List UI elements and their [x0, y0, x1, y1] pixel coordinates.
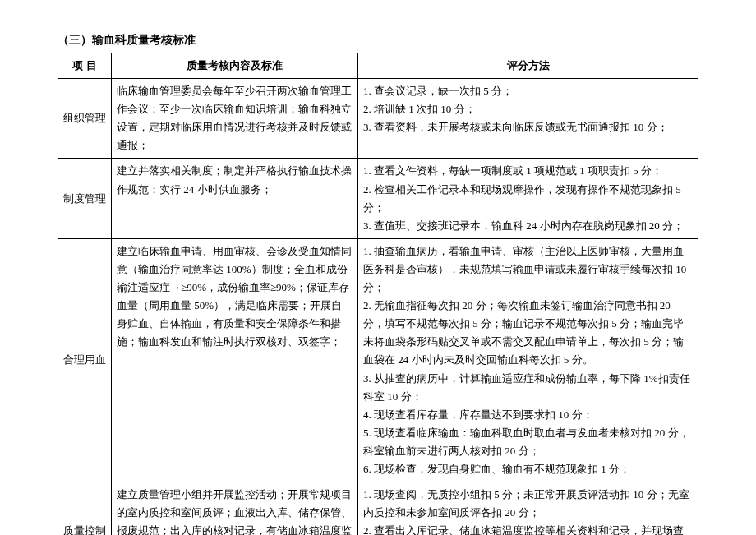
row-method: 1. 抽查输血病历，看输血申请、审核（主治以上医师审核，大量用血医务科是否审核）…	[358, 238, 698, 482]
row-name: 组织管理	[58, 79, 112, 159]
row-method: 1. 查看文件资料，每缺一项制度或 1 项规范或 1 项职责扣 5 分；2. 检…	[358, 159, 698, 238]
table-row: 组织管理 临床输血管理委员会每年至少召开两次输血管理工作会议；至少一次临床输血知…	[58, 79, 698, 159]
table-row: 制度管理 建立并落实相关制度；制定并严格执行输血技术操作规范；实行 24 小时供…	[58, 159, 698, 238]
header-row: 项 目 质量考核内容及标准 评分方法	[58, 53, 698, 79]
row-name: 制度管理	[58, 159, 112, 238]
table-row: 合理用血 建立临床输血申请、用血审核、会诊及受血知情同意（输血治疗同意率达 10…	[58, 238, 698, 482]
header-method: 评分方法	[358, 53, 698, 79]
row-name: 质量控制	[58, 482, 112, 535]
section-title: （三）输血科质量考核标准	[58, 33, 698, 48]
row-content: 建立并落实相关制度；制定并严格执行输血技术操作规范；实行 24 小时供血服务；	[112, 159, 358, 238]
assessment-table: 项 目 质量考核内容及标准 评分方法 组织管理 临床输血管理委员会每年至少召开两…	[58, 53, 698, 535]
header-content: 质量考核内容及标准	[112, 53, 358, 79]
header-project: 项 目	[58, 53, 112, 79]
row-method: 1. 查会议记录，缺一次扣 5 分；2. 培训缺 1 次扣 10 分；3. 查看…	[358, 79, 698, 159]
row-name: 合理用血	[58, 238, 112, 482]
table-row: 质量控制 建立质量管理小组并开展监控活动；开展常规项目的室内质控和室间质评；血液…	[58, 482, 698, 535]
row-method: 1. 现场查阅，无质控小组扣 5 分；未正常开展质评活动扣 10 分；无室内质控…	[358, 482, 698, 535]
row-content: 建立质量管理小组并开展监控活动；开展常规项目的室内质控和室间质评；血液出入库、储…	[112, 482, 358, 535]
row-content: 建立临床输血申请、用血审核、会诊及受血知情同意（输血治疗同意率达 100%）制度…	[112, 238, 358, 482]
row-content: 临床输血管理委员会每年至少召开两次输血管理工作会议；至少一次临床输血知识培训；输…	[112, 79, 358, 159]
